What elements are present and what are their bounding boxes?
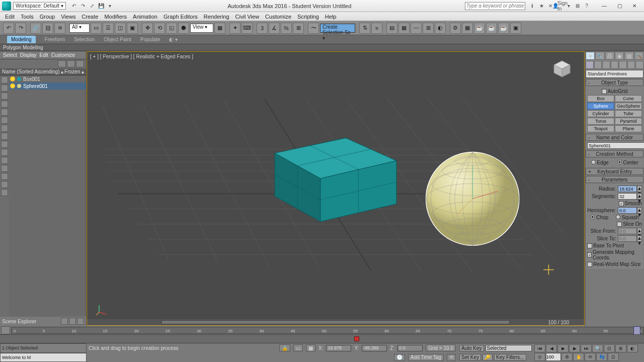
nav-zoom-button[interactable]: 🔍: [592, 344, 603, 352]
render-iter-button[interactable]: ☕: [498, 23, 509, 34]
lights-icon[interactable]: [602, 61, 610, 69]
link-button[interactable]: 🔗: [30, 23, 41, 34]
curve-editor-button[interactable]: 〰: [411, 23, 422, 34]
create-tab-icon[interactable]: ✸: [586, 52, 595, 60]
keyfilters-button[interactable]: Key Filters...: [494, 354, 526, 360]
hierarchy-tab-icon[interactable]: 品: [605, 52, 614, 60]
realworld-checkbox[interactable]: [587, 262, 592, 267]
close-button[interactable]: ✕: [627, 2, 642, 11]
mirror-button[interactable]: ⇅: [359, 23, 370, 34]
timetag-icon[interactable]: 🕐: [394, 354, 405, 361]
ribbon-freeform[interactable]: Freeform: [45, 37, 65, 42]
window-crossing-button[interactable]: ▣: [127, 23, 138, 34]
primitive-torus-button[interactable]: Torus: [587, 118, 614, 125]
redo-button[interactable]: ↷: [15, 23, 26, 34]
add-timetag-button[interactable]: Add Time Tag: [408, 354, 444, 361]
hemisphere-spinner[interactable]: ▲▼: [637, 207, 642, 214]
spacewarps-icon[interactable]: [627, 61, 635, 69]
goto-end-button[interactable]: ⏭: [581, 344, 592, 352]
time-config-button[interactable]: ⚙: [561, 353, 573, 361]
nav-maxtoggle-button[interactable]: ⊡: [608, 353, 619, 361]
maximize-button[interactable]: ▢: [612, 2, 627, 11]
filter-hidden-icon[interactable]: [1, 157, 8, 164]
menu-civilview[interactable]: Civil View: [235, 14, 259, 20]
schematic-button[interactable]: ⊞: [423, 23, 434, 34]
layer-button[interactable]: ▤: [386, 23, 397, 34]
filter-geom-icon[interactable]: [1, 76, 8, 83]
edge-radio[interactable]: [591, 160, 596, 164]
placement-button[interactable]: ⬢: [178, 23, 189, 34]
display-tab-icon[interactable]: ▤: [624, 52, 633, 60]
scene-close-icon[interactable]: [58, 60, 66, 67]
filter-bone-icon[interactable]: [1, 125, 8, 132]
filter-13-icon[interactable]: [1, 173, 8, 180]
squash-radio[interactable]: [616, 215, 620, 219]
menu-help[interactable]: Help: [325, 14, 337, 20]
genmapping-checkbox[interactable]: [587, 252, 592, 257]
menu-rendering[interactable]: Rendering: [204, 14, 229, 20]
scene-lock-icon[interactable]: [76, 60, 84, 67]
workspace-dropdown[interactable]: Workspace: Default ▾: [13, 2, 66, 10]
motion-tab-icon[interactable]: ◉: [615, 52, 624, 60]
nav-walk-button[interactable]: 👣: [596, 353, 607, 361]
keymode-dropdown[interactable]: Selected: [486, 345, 532, 351]
key-icon[interactable]: 🔑: [482, 354, 493, 360]
render-prod-button[interactable]: ☕: [486, 23, 497, 34]
menu-animation[interactable]: Animation: [133, 14, 157, 20]
redo-icon[interactable]: ↷: [79, 2, 87, 10]
systems-icon[interactable]: [635, 61, 643, 69]
viewport-scrollbar[interactable]: 100 / 100: [87, 319, 584, 325]
filter-frozen-icon[interactable]: [1, 149, 8, 156]
percent-snap-button[interactable]: %: [281, 23, 292, 34]
time-slider-handle[interactable]: [633, 326, 640, 335]
spinner-snap-button[interactable]: ⊞: [293, 23, 304, 34]
render-button[interactable]: ☕: [474, 23, 485, 34]
visibility-icon[interactable]: [10, 76, 15, 81]
chop-radio[interactable]: [590, 215, 595, 219]
minimize-button[interactable]: —: [597, 2, 612, 11]
primitive-pyramid-button[interactable]: Pyramid: [615, 118, 642, 125]
basetopivot-checkbox[interactable]: [587, 243, 592, 248]
track-bar[interactable]: [0, 334, 644, 343]
menu-modifiers[interactable]: Modifiers: [104, 14, 127, 20]
helpers-icon[interactable]: [619, 61, 627, 69]
z-coord-input[interactable]: [397, 345, 423, 351]
menu-grapheditors[interactable]: Graph Editors: [164, 14, 198, 20]
filter-helper-icon[interactable]: [1, 109, 8, 116]
scene-explorer-button[interactable]: ▦: [398, 23, 410, 34]
menu-edit[interactable]: Edit: [5, 14, 15, 20]
material-button[interactable]: ◐: [435, 23, 446, 34]
primitive-geosphere-button[interactable]: GeoSphere: [615, 103, 642, 110]
menu-customize[interactable]: Customize: [265, 14, 291, 20]
named-selection-dropdown[interactable]: Create Selection Se ▾: [320, 24, 355, 33]
ribbon-toggle-icon[interactable]: ◐ ▾: [169, 37, 178, 42]
maxscript-listener[interactable]: Welcome to M: [0, 353, 87, 363]
segments-spinner[interactable]: ▲▼: [637, 193, 642, 200]
ribbon-modeling[interactable]: Modeling: [7, 36, 36, 43]
ribbon-panel[interactable]: Polygon Modeling: [0, 44, 644, 51]
filter-12-icon[interactable]: [1, 165, 8, 172]
scene-header-frozen[interactable]: Frozen ▴: [64, 69, 84, 74]
nav-zoomext-button[interactable]: ⊞: [615, 344, 626, 352]
scene-foot-btn1[interactable]: [61, 318, 68, 325]
scene-tab-select[interactable]: Select: [3, 52, 17, 58]
segments-input[interactable]: [618, 193, 637, 200]
hemisphere-input[interactable]: [618, 207, 637, 214]
smooth-checkbox[interactable]: [619, 201, 624, 206]
filter-15-icon[interactable]: [1, 189, 8, 196]
primitive-plane-button[interactable]: Plane: [615, 125, 642, 132]
render-last-button[interactable]: ▣: [510, 23, 521, 34]
scene-item-box001[interactable]: Box001: [9, 75, 86, 82]
cameras-icon[interactable]: [611, 61, 619, 69]
link-icon[interactable]: ⤢: [88, 2, 96, 10]
menu-create[interactable]: Create: [82, 14, 98, 20]
primitive-tube-button[interactable]: Tube: [615, 110, 642, 117]
help-icon[interactable]: ?: [583, 2, 591, 10]
scene-pin-icon[interactable]: [67, 60, 75, 67]
bind-button[interactable]: ≋: [54, 23, 65, 34]
primitive-sphere-button[interactable]: Sphere: [587, 103, 614, 110]
primitive-teapot-button[interactable]: Teapot: [587, 125, 614, 132]
radius-input[interactable]: [618, 186, 637, 192]
next-frame-button[interactable]: ▶: [569, 344, 580, 352]
radius-spinner[interactable]: ▲▼: [637, 186, 642, 192]
